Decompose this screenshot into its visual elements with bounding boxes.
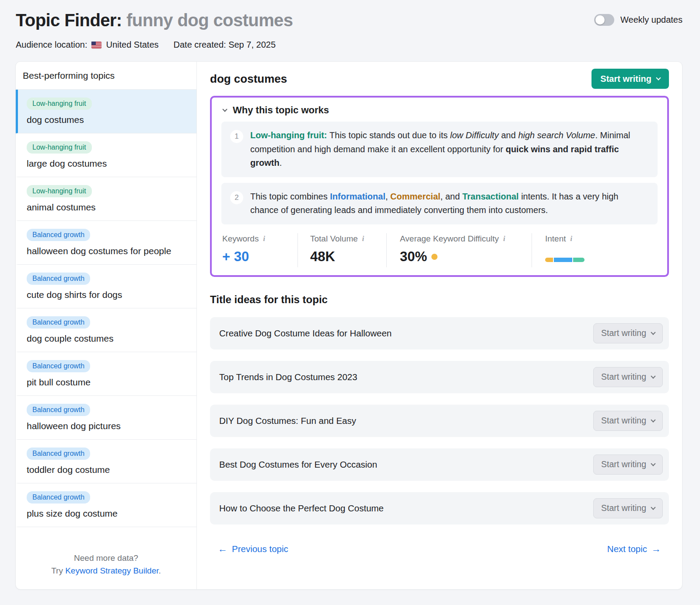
chevron-down-icon [651,374,655,378]
start-writing-secondary-label: Start writing [601,459,646,469]
info-icon[interactable]: i [570,235,572,243]
weekly-updates-label: Weekly updates [620,15,682,25]
start-writing-label: Start writing [600,74,651,84]
metric-value [545,248,658,266]
title-idea-text: How to Choose the Perfect Dog Costume [219,503,384,514]
title-idea-row: DIY Dog Costumes: Fun and Easy Start wri… [210,405,669,437]
main-header: dog costumes Start writing [210,69,669,89]
sidebar-topic-item[interactable]: Balanced growth halloween dog costumes f… [16,221,196,265]
start-writing-secondary-button[interactable]: Start writing [593,411,663,431]
title-idea-row: Top Trends in Dog Costumes 2023 Start wr… [210,361,669,393]
sidebar-topic-item[interactable]: Balanced growth pit bull costume [16,352,196,396]
sidebar-topic-item[interactable]: Balanced growth halloween dog pictures [16,396,196,440]
topic-badge: Balanced growth [27,448,90,460]
title-ideas-heading: Title ideas for this topic [210,294,669,306]
us-flag-icon [91,42,102,49]
sidebar-topic-item[interactable]: Balanced growth plus size dog costume [16,483,196,527]
chevron-down-icon [651,461,655,466]
main-panel: dog costumes Start writing Why this topi… [197,62,682,589]
need-more-data-text: Need more data? [24,552,188,565]
topic-badge: Balanced growth [27,273,90,285]
start-writing-secondary-label: Start writing [601,416,646,426]
topic-label: pit bull costume [27,377,189,388]
info-icon[interactable]: i [362,235,364,243]
title-idea-text: DIY Dog Costumes: Fun and Easy [219,416,356,426]
topic-badge: Balanced growth [27,229,90,241]
weekly-updates: Weekly updates [594,14,682,26]
page-title: Topic Finder: funny dog costumes [16,10,293,30]
previous-topic-label: Previous topic [232,544,288,554]
topic-badge: Balanced growth [27,404,90,416]
topic-label: animal costumes [27,202,189,213]
page-title-query: funny dog costumes [126,10,293,30]
intent-bar-segment [554,258,572,262]
audience-location-label: Audience location: [16,40,87,50]
topic-label: plus size dog costume [27,508,189,519]
sidebar-topic-item[interactable]: Balanced growth dog couple costumes [16,308,196,352]
title-idea-row: Best Dog Costumes for Every Occasion Sta… [210,448,669,481]
topic-label: toddler dog costume [27,465,189,475]
topic-finder-page: Topic Finder: funny dog costumes Audienc… [0,0,700,605]
try-prefix: Try [51,566,65,575]
try-line: Try Keyword Strategy Builder. [24,565,188,577]
point-text: Low-hanging fruit: This topic stands out… [250,129,649,170]
why-panel-collapse-header[interactable]: Why this topic works [221,105,658,116]
try-suffix: . [159,566,161,575]
topic-label: halloween dog costumes for people [27,246,189,256]
weekly-updates-toggle[interactable] [594,14,614,26]
start-writing-secondary-button[interactable]: Start writing [593,323,663,343]
metric-label: Intent [545,234,566,244]
metric-label: Total Volume [310,234,358,244]
info-icon[interactable]: i [263,235,265,243]
point-text: This topic combines Informational, Comme… [250,190,649,217]
start-writing-secondary-button[interactable]: Start writing [593,498,663,518]
title-idea-text: Creative Dog Costume Ideas for Halloween [219,328,392,339]
start-writing-secondary-button[interactable]: Start writing [593,455,663,475]
topic-label: dog couple costumes [27,333,189,344]
toggle-knob [595,15,605,24]
metric-label-row: Average Keyword Difficulty i [400,234,532,244]
metric-column: Keywords i + 30 [221,233,298,267]
title-idea-text: Best Dog Costumes for Every Occasion [219,459,377,470]
difficulty-dot [431,254,438,260]
sidebar-topic-item[interactable]: Low-hanging fruit dog costumes [16,90,196,133]
page-title-prefix: Topic Finder: [16,10,122,30]
date-created: Date created: Sep 7, 2025 [174,40,276,50]
why-topic-works-panel: Why this topic works 1 Low-hanging fruit… [210,96,669,277]
keyword-strategy-builder-link[interactable]: Keyword Strategy Builder [65,566,158,575]
topic-badge: Balanced growth [27,360,90,372]
intent-bar [545,258,584,262]
start-writing-secondary-label: Start writing [601,503,646,513]
arrow-left-icon: ← [218,544,228,554]
info-icon[interactable]: i [503,235,505,243]
previous-topic-link[interactable]: ← Previous topic [218,544,288,554]
intent-bar-segment [545,258,553,262]
start-writing-button[interactable]: Start writing [592,69,669,89]
metric-value: 48K [310,248,386,266]
meta-row: Audience location: United States Date cr… [16,40,293,50]
start-writing-secondary-button[interactable]: Start writing [593,367,663,387]
sidebar-topic-item[interactable]: Low-hanging fruit large dog costumes [16,133,196,177]
metric-column: Intent i [532,233,658,267]
intent-bar-segment [573,258,584,262]
title-idea-row: Creative Dog Costume Ideas for Halloween… [210,317,669,350]
metrics-row: Keywords i + 30 Total Volume i 48K Avera… [221,233,658,267]
point-number-badge: 2 [230,191,243,204]
topbar-left: Topic Finder: funny dog costumes Audienc… [16,10,293,50]
sidebar-topic-item[interactable]: Balanced growth cute dog shirts for dogs [16,265,196,308]
sidebar-title: Best-performing topics [16,62,196,90]
sidebar-topic-item[interactable]: Low-hanging fruit animal costumes [16,177,196,221]
sidebar-topic-item[interactable]: Balanced growth toddler dog costume [16,440,196,483]
pagination: ← Previous topic Next topic → [210,544,669,554]
topic-label: large dog costumes [27,158,189,169]
metric-column: Total Volume i 48K [298,233,386,267]
why-panel-title: Why this topic works [233,105,329,116]
metric-value: + 30 [222,248,298,266]
chevron-down-icon [651,330,655,335]
title-idea-text: Top Trends in Dog Costumes 2023 [219,372,357,382]
topic-label: dog costumes [27,115,189,125]
topic-list: Low-hanging fruit dog costumes Low-hangi… [16,90,196,527]
metric-label-row: Total Volume i [310,234,386,244]
metric-column: Average Keyword Difficulty i 30% [386,233,532,267]
next-topic-link[interactable]: Next topic → [607,544,661,554]
